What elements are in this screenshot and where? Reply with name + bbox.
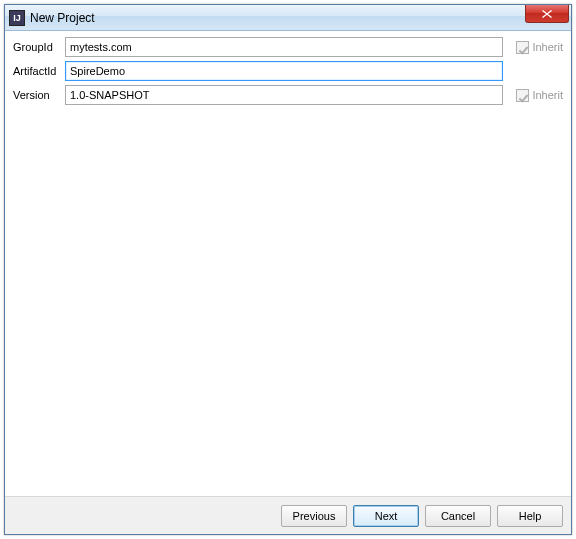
label-artifactid: ArtifactId [13,65,59,77]
help-button[interactable]: Help [497,505,563,527]
button-bar: Previous Next Cancel Help [5,496,571,534]
inherit-label: Inherit [532,41,563,53]
inherit-label: Inherit [532,89,563,101]
titlebar[interactable]: IJ New Project [5,5,571,31]
form-area: GroupId Inherit ArtifactId Inherit Versi… [5,31,571,496]
checkbox-icon [516,89,529,102]
inherit-groupid[interactable]: Inherit [509,41,563,54]
row-version: Version Inherit [13,85,563,105]
window-title: New Project [30,11,95,25]
app-icon: IJ [9,10,25,26]
close-button[interactable] [525,5,569,23]
next-button[interactable]: Next [353,505,419,527]
row-groupid: GroupId Inherit [13,37,563,57]
input-groupid[interactable] [65,37,503,57]
dialog-window: IJ New Project GroupId Inherit ArtifactI… [4,4,572,535]
inherit-version[interactable]: Inherit [509,89,563,102]
input-artifactid[interactable] [65,61,503,81]
row-artifactid: ArtifactId Inherit [13,61,563,81]
cancel-button[interactable]: Cancel [425,505,491,527]
close-icon [542,10,552,18]
label-groupid: GroupId [13,41,59,53]
checkbox-icon [516,41,529,54]
previous-button[interactable]: Previous [281,505,347,527]
input-version[interactable] [65,85,503,105]
label-version: Version [13,89,59,101]
